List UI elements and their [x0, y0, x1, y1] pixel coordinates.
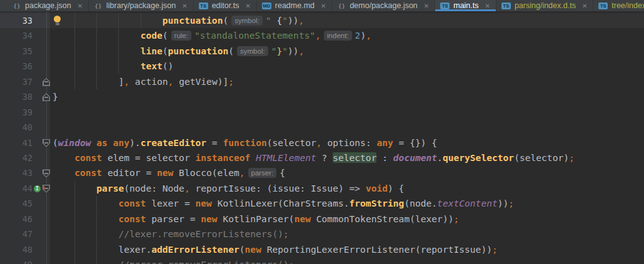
typescript-file-icon: TS: [440, 2, 450, 9]
code-text: ], action, getView)];: [53, 74, 234, 89]
tab-close-icon[interactable]: ✕: [424, 2, 429, 9]
tab-close-icon[interactable]: ✕: [182, 2, 187, 9]
code-line-38[interactable]: 38}: [0, 89, 644, 104]
typescript-file-icon: TS: [501, 2, 511, 9]
code-text: const parser = new KotlinParser(new Comm…: [53, 212, 459, 227]
line-number: 40: [0, 120, 33, 135]
line-number: 47: [0, 227, 33, 242]
line-number: 37: [0, 74, 33, 89]
json-file-icon: {}: [94, 2, 103, 9]
inlay-parameter-hint: parser:: [248, 168, 277, 178]
line-number: 34: [0, 28, 33, 43]
tab-demo-package-json[interactable]: {}demo/package.json✕: [332, 0, 435, 11]
tab-main-ts[interactable]: TSmain.ts✕: [435, 0, 496, 11]
markdown-file-icon: MD: [262, 2, 271, 9]
tab-label: tree/index.d.ts: [611, 1, 644, 10]
code-text: text(): [53, 59, 173, 74]
overrides-method-gutter-icon[interactable]: I↑: [34, 185, 49, 193]
line-number: 45: [0, 196, 33, 211]
code-line-45[interactable]: 45 const lexer = new KotlinLexer(CharStr…: [0, 196, 644, 211]
tab-library-package-json[interactable]: {}library/package.json✕: [89, 0, 194, 11]
code-line-41[interactable]: 41(window as any).createEditor = functio…: [0, 135, 644, 150]
code-text: const lexer = new KotlinLexer(CharStream…: [53, 196, 514, 211]
typescript-file-icon: TS: [199, 2, 208, 9]
code-text: punctuation(symbol:" {")),: [53, 13, 304, 28]
code-line-44[interactable]: 44I↑ parse(node: Node, reportIssue: (iss…: [0, 181, 644, 196]
code-line-36[interactable]: 36 text(): [0, 59, 644, 74]
line-number: 36: [0, 59, 33, 74]
tab-label: package.json: [25, 1, 71, 10]
tab-label: parsing/index.d.ts: [515, 1, 576, 10]
inlay-parameter-hint: indent:: [324, 31, 352, 41]
tab-label: main.ts: [453, 1, 478, 10]
code-text: //lexer.removeErrorListeners();: [53, 227, 289, 242]
code-line-33[interactable]: 33 punctuation(symbol:" {")),: [0, 13, 644, 28]
line-number: 33: [0, 13, 33, 28]
code-line-43[interactable]: 43 const editor = new Blocco(elem,parser…: [0, 165, 644, 180]
tab-close-icon[interactable]: ✕: [485, 2, 490, 9]
code-text: const editor = new Blocco(elem,parser:{: [53, 165, 285, 180]
line-number: 35: [0, 44, 33, 59]
code-text: line(punctuation(symbol:"}")),: [53, 44, 304, 59]
line-number: 41: [0, 135, 33, 150]
code-text: parse(node: Node, reportIssue: (issue: I…: [53, 181, 404, 196]
line-number: 46: [0, 212, 33, 227]
inlay-parameter-hint: symbol:: [231, 16, 263, 26]
code-line-48[interactable]: 48 lexer.addErrorListener(new ReportingL…: [0, 242, 644, 257]
tab-parsing-index-d-ts[interactable]: TSparsing/index.d.ts✕: [496, 0, 593, 11]
code-line-35[interactable]: 35 line(punctuation(symbol:"}")),: [0, 44, 644, 59]
line-number: 39: [0, 105, 33, 120]
line-number: 42: [0, 150, 33, 165]
tab-readme-md[interactable]: MDreadme.md✕: [257, 0, 333, 11]
code-line-40[interactable]: 40: [0, 120, 644, 135]
tab-label: library/package.json: [106, 1, 176, 10]
tab-editor-ts[interactable]: TSeditor.ts✕: [194, 0, 257, 11]
json-file-icon: {}: [337, 2, 346, 9]
tab-close-icon[interactable]: ✕: [78, 2, 83, 9]
tab-package-json[interactable]: {}package.json✕: [8, 0, 89, 11]
inlay-parameter-hint: symbol:: [237, 46, 268, 56]
ide-window: {}package.json✕{}library/package.json✕TS…: [0, 0, 644, 264]
tab-close-icon[interactable]: ✕: [582, 2, 587, 9]
code-line-42[interactable]: 42 const elem = selector instanceof HTML…: [0, 150, 644, 165]
code-text: //parser.removeErrorListeners();: [53, 257, 294, 264]
tab-close-icon[interactable]: ✕: [245, 2, 250, 9]
fold-marker-icon[interactable]: [43, 169, 50, 177]
fold-marker-icon[interactable]: [43, 139, 50, 147]
code-text: }: [53, 89, 58, 104]
code-line-39[interactable]: 39: [0, 105, 644, 120]
tab-tree-index-d-ts[interactable]: TStree/index.d.ts✕: [593, 0, 644, 11]
code-line-47[interactable]: 47 //lexer.removeErrorListeners();: [0, 227, 644, 242]
tab-close-icon[interactable]: ✕: [321, 2, 326, 9]
tab-label: readme.md: [275, 1, 314, 10]
line-number: 48: [0, 242, 33, 257]
code-text: const elem = selector instanceof HTMLEle…: [53, 150, 575, 165]
tab-label: editor.ts: [212, 1, 239, 10]
code-line-34[interactable]: 34 code(rule:"standaloneStatements",inde…: [0, 28, 644, 43]
line-number: 38: [0, 89, 33, 104]
json-file-icon: {}: [13, 2, 21, 9]
line-number: 44: [0, 181, 33, 196]
editor-tab-bar: {}package.json✕{}library/package.json✕TS…: [0, 0, 644, 12]
code-editor[interactable]: 33 punctuation(symbol:" {")),34 code(rul…: [0, 12, 644, 264]
fold-marker-icon[interactable]: [43, 78, 50, 86]
typescript-file-icon: TS: [598, 2, 608, 9]
code-text: lexer.addErrorListener(new ReportingLexe…: [53, 242, 498, 257]
code-area: 33 punctuation(symbol:" {")),34 code(rul…: [0, 13, 644, 264]
code-text: (window as any).createEditor = function(…: [53, 135, 437, 150]
line-number: 49: [0, 257, 33, 264]
code-text: code(rule:"standaloneStatements",indent:…: [53, 28, 371, 43]
code-line-37[interactable]: 37 ], action, getView)];: [0, 74, 644, 89]
code-line-49[interactable]: 49 //parser.removeErrorListeners();: [0, 257, 644, 264]
tab-label: demo/package.json: [350, 1, 417, 10]
inlay-parameter-hint: rule:: [171, 31, 191, 41]
line-number: 43: [0, 165, 33, 180]
fold-marker-icon[interactable]: [43, 93, 50, 101]
code-line-46[interactable]: 46 const parser = new KotlinParser(new C…: [0, 212, 644, 227]
